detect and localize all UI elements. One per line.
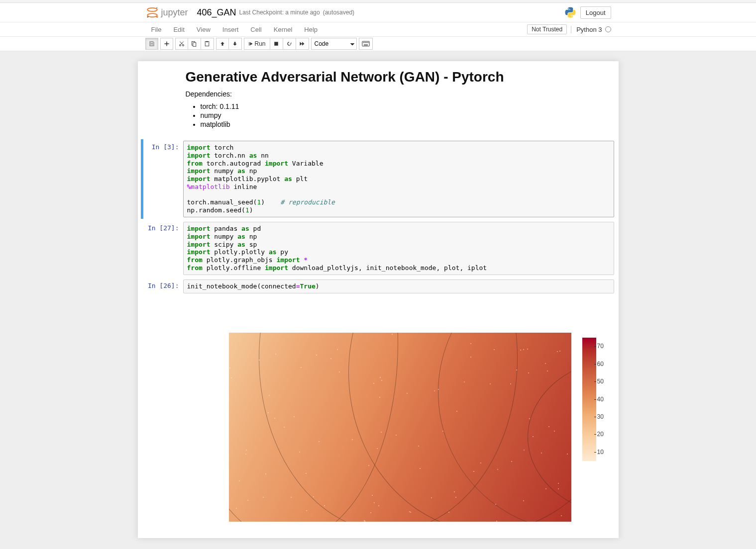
svg-rect-12 <box>362 41 369 46</box>
jupyter-logo[interactable]: jupyter <box>145 5 188 19</box>
colorbar-tick: 60 <box>597 361 604 367</box>
svg-rect-14 <box>364 42 365 43</box>
save-icon <box>149 41 155 47</box>
svg-rect-15 <box>365 42 366 43</box>
trust-button[interactable]: Not Trusted <box>527 24 567 34</box>
paste-icon <box>204 41 210 47</box>
svg-point-1 <box>147 13 157 17</box>
logout-button[interactable]: Logout <box>580 6 611 19</box>
code-cell[interactable]: In [27]: import pandas as pd import nump… <box>141 220 616 276</box>
arrow-up-icon <box>219 41 225 47</box>
cut-icon <box>179 41 185 47</box>
menubar: File Edit View Insert Cell Kernel Help N… <box>0 22 756 37</box>
input-prompt: In [26]: <box>141 279 183 293</box>
restart-run-button[interactable] <box>296 38 309 50</box>
list-item: torch: 0.1.11 <box>201 102 613 110</box>
input-prompt: In [3]: <box>143 141 183 217</box>
menu-insert[interactable]: Insert <box>216 24 245 35</box>
code-cell[interactable]: In [26]: init_notebook_mode(connected=Tr… <box>141 278 616 295</box>
code-input[interactable]: import pandas as pd import numpy as np i… <box>184 222 614 274</box>
svg-rect-13 <box>363 42 364 43</box>
python-icon <box>564 6 576 18</box>
svg-rect-11 <box>274 42 278 46</box>
svg-point-3 <box>147 16 148 18</box>
heatmap-plot[interactable]: 0.60.40.20−0.2−0.4 70605040302010 <box>198 333 576 522</box>
plus-icon <box>164 41 170 47</box>
arrow-down-icon <box>232 41 238 47</box>
svg-rect-10 <box>207 41 208 42</box>
menu-file[interactable]: File <box>145 24 168 35</box>
svg-point-6 <box>571 16 572 17</box>
jupyter-icon <box>145 5 159 19</box>
fast-forward-icon <box>299 41 305 47</box>
copy-icon <box>191 41 197 47</box>
list-item: numpy <box>201 111 613 119</box>
list-item: matplotlib <box>201 120 613 128</box>
svg-point-4 <box>156 16 158 18</box>
menu-edit[interactable]: Edit <box>167 24 190 35</box>
markdown-cell[interactable]: Generative Adversarial Network (GAN) - P… <box>141 64 616 138</box>
restart-icon <box>286 41 292 47</box>
cell-type-select[interactable]: Code <box>311 38 357 50</box>
colorbar-tick: 20 <box>597 431 604 438</box>
header: jupyter 406_GAN Last Checkpoint: a minut… <box>0 3 756 22</box>
notebook-name[interactable]: 406_GAN <box>197 7 236 18</box>
notebook-title: Generative Adversarial Network (GAN) - P… <box>186 69 613 85</box>
run-icon <box>248 41 253 47</box>
svg-point-5 <box>568 8 569 9</box>
colorbar-tick: 70 <box>597 343 604 350</box>
svg-point-0 <box>147 8 157 11</box>
copy-button[interactable] <box>188 38 201 50</box>
autosave-status: (autosaved) <box>323 9 354 16</box>
svg-rect-18 <box>364 45 368 46</box>
svg-rect-17 <box>368 42 369 43</box>
output-cell: 0.60.40.20−0.2−0.4 70605040302010 <box>141 296 616 523</box>
kernel-status-icon <box>605 26 611 32</box>
svg-rect-16 <box>366 42 367 43</box>
code-input[interactable]: init_notebook_mode(connected=True) <box>184 280 614 293</box>
code-input[interactable]: import torch import torch.nn as nn from … <box>184 141 614 217</box>
paste-button[interactable] <box>201 38 214 50</box>
stop-button[interactable] <box>270 38 283 50</box>
menu-cell[interactable]: Cell <box>244 24 267 35</box>
menu-help[interactable]: Help <box>298 24 324 35</box>
add-cell-button[interactable] <box>160 38 173 50</box>
move-up-button[interactable] <box>216 38 229 50</box>
run-label: Run <box>255 40 266 47</box>
cut-button[interactable] <box>175 38 188 50</box>
input-prompt: In [27]: <box>141 222 183 275</box>
toolbar: Run Code <box>0 37 756 51</box>
kernel-name: Python 3 <box>576 26 602 33</box>
keyboard-icon <box>362 41 370 47</box>
colorbar-tick: 30 <box>597 413 604 420</box>
restart-button[interactable] <box>283 38 296 50</box>
command-palette-button[interactable] <box>359 38 373 50</box>
deps-list: torch: 0.1.11 numpy matplotlib <box>186 102 613 128</box>
notebook-area: Generative Adversarial Network (GAN) - P… <box>0 51 756 549</box>
colorbar-tick: 10 <box>597 449 604 456</box>
kernel-indicator: Python 3 <box>571 26 611 33</box>
save-button[interactable] <box>145 38 158 50</box>
colorbar-tick: 50 <box>597 378 604 385</box>
svg-rect-8 <box>193 43 196 47</box>
code-cell[interactable]: In [3]: import torch import torch.nn as … <box>141 139 616 219</box>
checkpoint-status: Last Checkpoint: a minute ago <box>239 9 320 16</box>
move-down-button[interactable] <box>229 38 242 50</box>
menu-view[interactable]: View <box>191 24 216 35</box>
menu-kernel[interactable]: Kernel <box>268 24 299 35</box>
logo-text: jupyter <box>161 7 188 18</box>
deps-label: Dependencies: <box>186 90 613 98</box>
colorbar-tick: 40 <box>597 396 604 403</box>
stop-icon <box>273 41 279 47</box>
svg-point-2 <box>156 7 157 9</box>
run-button[interactable]: Run <box>244 38 270 50</box>
